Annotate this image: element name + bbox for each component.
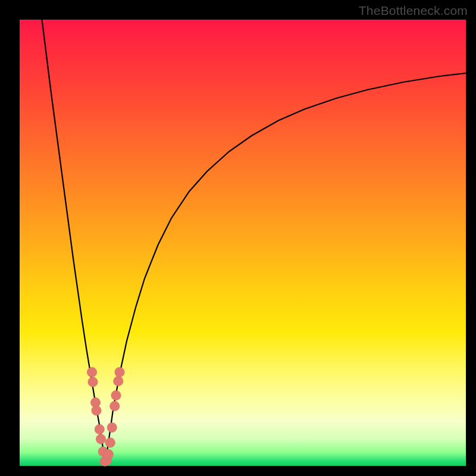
curve-right-branch (105, 73, 466, 464)
data-marker (92, 406, 102, 416)
data-marker (111, 390, 121, 400)
data-marker (115, 367, 125, 377)
watermark-text: TheBottleneck.com (359, 4, 468, 18)
chart-svg (20, 20, 466, 466)
plot-area (20, 20, 466, 466)
data-marker (88, 377, 98, 387)
data-marker (114, 376, 124, 386)
outer-frame: TheBottleneck.com (0, 0, 476, 476)
data-marker (110, 401, 120, 411)
curve-left-branch (42, 20, 106, 464)
data-marker (107, 422, 117, 433)
data-marker (96, 434, 106, 444)
data-marker (95, 424, 105, 434)
data-marker (105, 438, 115, 448)
data-marker (87, 367, 97, 377)
marker-group (87, 367, 124, 466)
data-marker (104, 449, 114, 459)
